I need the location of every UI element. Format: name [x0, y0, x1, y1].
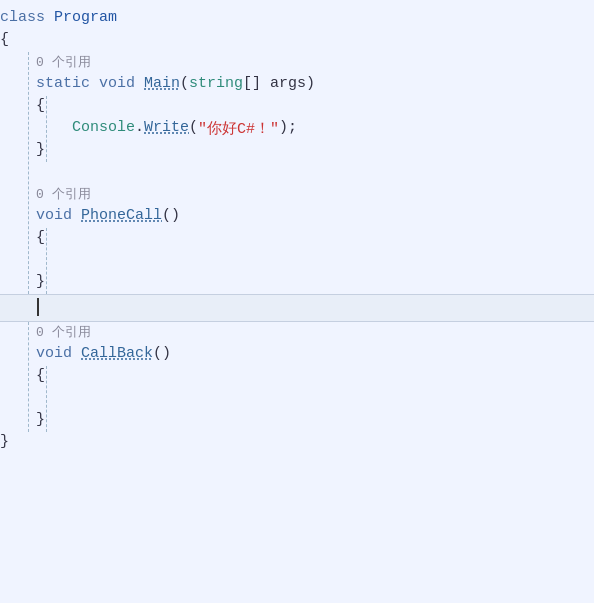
- line-cursor[interactable]: [0, 297, 594, 319]
- line-close-brace-2: }: [0, 140, 594, 162]
- paren-open-1: (: [180, 75, 189, 92]
- keyword-static: static: [36, 75, 99, 92]
- line-ref-count-2: 0 个引用: [0, 184, 594, 206]
- paren-open-2: (: [189, 119, 198, 136]
- method-main[interactable]: Main: [144, 75, 180, 92]
- line-open-brace-3: {: [0, 228, 594, 250]
- method-callback[interactable]: CallBack: [81, 345, 153, 362]
- brace-close-1: }: [0, 433, 9, 450]
- brace-open-2: {: [36, 97, 45, 114]
- empty-line-2: [0, 250, 594, 272]
- parens-phonecall: (): [162, 207, 180, 224]
- parens-callback: (): [153, 345, 171, 362]
- dot-1: .: [135, 119, 144, 136]
- code-editor: class Program { 0 个引用 static void Main(s…: [0, 0, 594, 603]
- line-ref-count-3: 0 个引用: [0, 322, 594, 344]
- keyword-void-1: void: [99, 75, 144, 92]
- brace-close-2: }: [36, 141, 45, 158]
- brace-open-3: {: [36, 229, 45, 246]
- string-literal: "你好C#！": [198, 119, 279, 138]
- method-write[interactable]: Write: [144, 119, 189, 136]
- line-close-brace-3: }: [0, 272, 594, 294]
- empty-line-1: [0, 162, 594, 184]
- brace-close-4: }: [36, 411, 45, 428]
- line-open-brace-4: {: [0, 366, 594, 388]
- ref-count-1: 0 个引用: [36, 53, 91, 71]
- line-callback-sig: void CallBack(): [0, 344, 594, 366]
- args-decl: [] args): [243, 75, 315, 92]
- keyword-void-3: void: [36, 345, 81, 362]
- type-console: Console: [72, 119, 135, 136]
- line-main-sig: static void Main(string[] args): [0, 74, 594, 96]
- line-class-decl: class Program: [0, 8, 594, 30]
- brace-open-4: {: [36, 367, 45, 384]
- stmt-end-1: );: [279, 119, 297, 136]
- line-close-brace-1: }: [0, 432, 594, 454]
- line-close-brace-4: }: [0, 410, 594, 432]
- line-console-write: Console.Write("你好C#！");: [0, 118, 594, 140]
- brace-close-3: }: [36, 273, 45, 290]
- class-name-program: Program: [54, 9, 117, 26]
- ref-count-2: 0 个引用: [36, 185, 91, 203]
- line-open-brace-1: {: [0, 30, 594, 52]
- type-string: string: [189, 75, 243, 92]
- keyword-class: class: [0, 9, 54, 26]
- keyword-void-2: void: [36, 207, 81, 224]
- empty-line-3: [0, 388, 594, 410]
- line-phonecall-sig: void PhoneCall(): [0, 206, 594, 228]
- brace-open-1: {: [0, 31, 9, 48]
- text-cursor: [37, 298, 39, 316]
- method-phonecall[interactable]: PhoneCall: [81, 207, 162, 224]
- ref-count-3: 0 个引用: [36, 323, 91, 341]
- line-ref-count-1: 0 个引用: [0, 52, 594, 74]
- line-open-brace-2: {: [0, 96, 594, 118]
